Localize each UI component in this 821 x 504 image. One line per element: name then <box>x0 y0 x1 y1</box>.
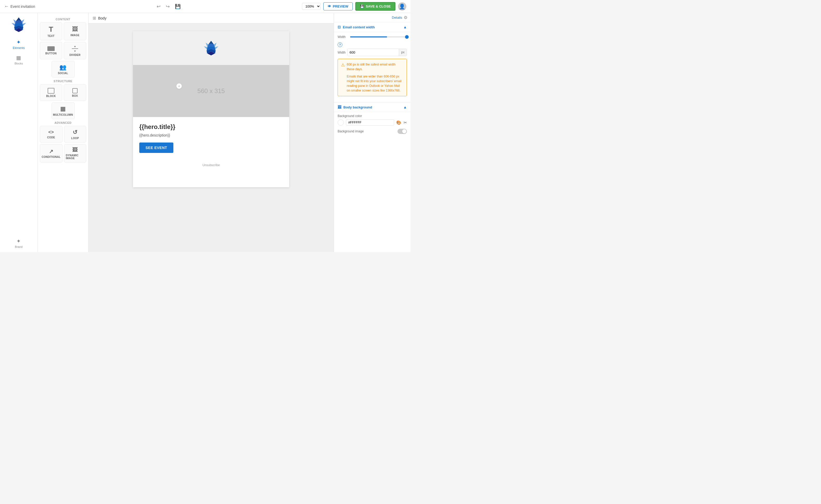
email-logo-area <box>133 31 289 65</box>
brand-label: Brand <box>15 245 22 248</box>
divider-label: DIVIDER <box>69 54 81 56</box>
body-background-icon: 🖼 <box>338 105 341 109</box>
element-text[interactable]: T TEXT <box>40 22 62 40</box>
elements-label: Elements <box>13 46 25 49</box>
width-slider-track[interactable] <box>350 36 407 37</box>
canvas-header-icon: ⊞ <box>93 16 96 21</box>
background-image-row: Background image <box>334 127 410 136</box>
hero-image-label: 560 x 315 <box>197 87 225 95</box>
canvas-area: ⊞ Body ‹ <box>88 13 334 252</box>
blocks-label: Blocks <box>15 62 23 65</box>
width-input[interactable] <box>348 49 399 56</box>
conditional-label: CONDITIONAL <box>42 156 61 158</box>
zoom-select[interactable]: 100% 75% 50% <box>302 3 321 10</box>
width-slider-label: Width <box>338 35 348 39</box>
dynamic-image-label: DYNAMIC IMAGE <box>66 154 84 160</box>
preview-button[interactable]: 👁 PREVIEW <box>323 2 353 10</box>
width-slider-fill <box>350 36 387 37</box>
width-unit: px <box>399 49 407 56</box>
element-loop[interactable]: ↺ LOOP <box>64 126 86 143</box>
save-close-label: SAVE & CLOSE <box>366 4 391 8</box>
body-background-header[interactable]: 🖼 Body background ▲ <box>334 102 410 112</box>
element-box[interactable]: BOX <box>64 84 86 101</box>
email-content-width-section[interactable]: ⊡ Email content width ▲ <box>334 22 410 32</box>
redo-button[interactable]: ↪ <box>164 2 171 11</box>
element-block[interactable]: BLOCK <box>40 84 62 101</box>
sidebar-tab-brand[interactable]: ✦ Brand <box>11 236 27 250</box>
body-background-title: 🖼 Body background <box>338 105 372 109</box>
sidebar-tabs: ✦ Elements ▦ Blocks <box>9 37 29 67</box>
save-disk-button[interactable]: 💾 <box>173 2 182 11</box>
divider-icon: ▲ ▼ <box>72 45 78 53</box>
top-bar-center: ↩ ↪ 💾 <box>155 2 182 11</box>
color-magic-icon[interactable]: ✂ <box>403 120 407 125</box>
email-width-content: Width ? Width px <box>334 32 410 102</box>
text-label: TEXT <box>48 35 55 37</box>
background-image-toggle[interactable] <box>397 129 407 134</box>
save-close-button[interactable]: 💾 SAVE & CLOSE <box>355 2 395 11</box>
warning-box: ⚠ 600 px is still the safest email width… <box>338 59 407 96</box>
save-close-icon: 💾 <box>360 4 364 8</box>
warning-content: ⚠ 600 px is still the safest email width… <box>341 62 403 93</box>
element-image[interactable]: 🖼 IMAGE <box>64 22 86 40</box>
left-sidebar: ✦ Elements ▦ Blocks ✦ Brand <box>0 13 38 252</box>
elements-panel: CONTENT T TEXT 🖼 IMAGE BUTTON ▲ ▼ DIVID <box>38 13 88 252</box>
toggle-knob <box>402 129 406 133</box>
background-image-label: Background image <box>338 130 364 133</box>
right-panel: Details ⚙ ⊡ Email content width ▲ Width <box>334 13 410 252</box>
width-input-label: Width <box>338 51 346 54</box>
background-color-section: Background color 🎨 ✂ <box>334 112 410 127</box>
block-label: BLOCK <box>46 95 56 98</box>
element-conditional[interactable]: ↗ CONDITIONAL <box>40 144 62 163</box>
color-hex-input[interactable] <box>346 119 394 126</box>
button-label: BUTTON <box>45 52 56 55</box>
dynamic-image-icon: 🖼 <box>72 147 78 153</box>
elements-icon: ✦ <box>16 39 21 45</box>
element-social[interactable]: 👥 SOCIAL <box>51 61 75 77</box>
sidebar-tab-elements[interactable]: ✦ Elements <box>9 37 29 51</box>
top-bar-right: 100% 75% 50% 👁 PREVIEW 💾 SAVE & CLOSE 👤 <box>302 2 406 11</box>
email-logo <box>202 39 220 57</box>
color-circle[interactable] <box>338 119 344 126</box>
user-avatar[interactable]: 👤 <box>398 2 406 11</box>
element-code[interactable]: <> CODE <box>40 126 62 143</box>
blocks-icon: ▦ <box>16 55 21 61</box>
element-dynamic-image[interactable]: 🖼 DYNAMIC IMAGE <box>64 144 86 163</box>
element-button[interactable]: BUTTON <box>40 42 62 59</box>
social-label: SOCIAL <box>58 72 68 75</box>
color-picker-icon[interactable]: 🎨 <box>396 120 401 125</box>
see-event-button[interactable]: SEE EVENT <box>139 143 173 153</box>
email-width-chevron-icon: ▲ <box>403 25 407 29</box>
block-icon <box>48 88 54 94</box>
undo-button[interactable]: ↩ <box>155 2 162 11</box>
back-button[interactable]: ← Event invitation <box>4 4 35 9</box>
email-content: {{hero.title}} {{hero.description}} SEE … <box>133 117 289 159</box>
page-title: Event invitation <box>10 4 35 9</box>
background-color-label: Background color <box>338 114 407 118</box>
body-background-chevron-icon: ▲ <box>403 105 407 109</box>
sidebar-tab-blocks[interactable]: ▦ Blocks <box>10 53 27 67</box>
advanced-elements-grid: <> CODE ↺ LOOP ↗ CONDITIONAL 🖼 DYNAMIC I… <box>40 126 86 163</box>
element-multicolumn[interactable]: ▦ MULTICOLUMN <box>51 102 75 119</box>
email-content-width-label: Email content width <box>343 25 375 29</box>
canvas-wrapper: 560 x 315 {{hero.title}} {{hero.descript… <box>88 23 334 195</box>
hero-description: {{hero.description}} <box>139 133 283 137</box>
warning-text-line2: Emails that are wider than 600-650 px mi… <box>347 74 403 93</box>
brand-icon: ✦ <box>16 238 21 244</box>
app-logo <box>10 16 28 34</box>
help-icon[interactable]: ? <box>338 42 342 47</box>
content-section-label: CONTENT <box>40 18 86 21</box>
element-divider[interactable]: ▲ ▼ DIVIDER <box>64 42 86 59</box>
width-slider-thumb[interactable] <box>405 35 409 39</box>
top-bar: ← Event invitation ↩ ↪ 💾 100% 75% 50% 👁 … <box>0 0 410 13</box>
collapse-panel-button[interactable]: ‹ <box>176 83 182 89</box>
settings-gear-icon[interactable]: ⚙ <box>404 15 407 20</box>
details-link[interactable]: Details <box>392 16 402 20</box>
preview-label: PREVIEW <box>333 4 348 8</box>
image-icon: 🖼 <box>72 26 78 33</box>
button-icon <box>47 46 55 51</box>
width-input-row: Width px <box>338 49 407 56</box>
loop-icon: ↺ <box>73 129 77 136</box>
email-content-width-title: ⊡ Email content width <box>338 25 375 29</box>
warning-text: 600 px is still the safest email width t… <box>347 62 403 93</box>
